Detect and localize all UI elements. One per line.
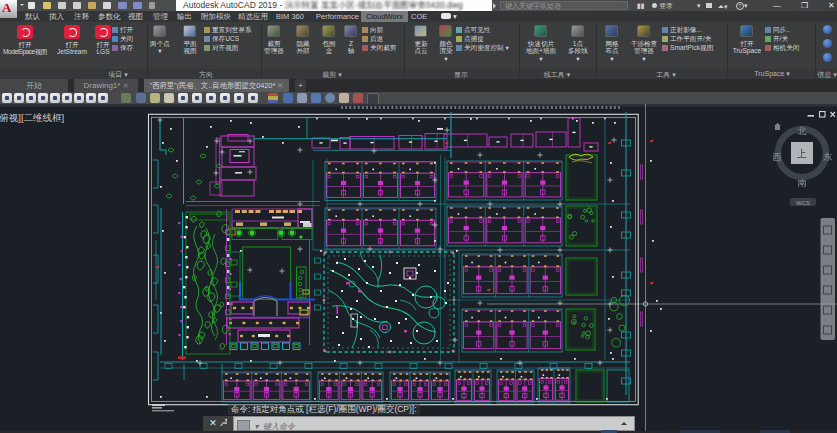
svg-text:西: 西 (773, 152, 782, 162)
svg-text:上: 上 (796, 148, 807, 159)
svg-text:][俯视][二维线框]: ][俯视][二维线框] (0, 112, 64, 123)
svg-text:东: 东 (823, 152, 833, 162)
svg-text:南: 南 (798, 178, 807, 188)
svg-text:北: 北 (798, 126, 807, 136)
svg-text:WCS: WCS (796, 200, 810, 206)
